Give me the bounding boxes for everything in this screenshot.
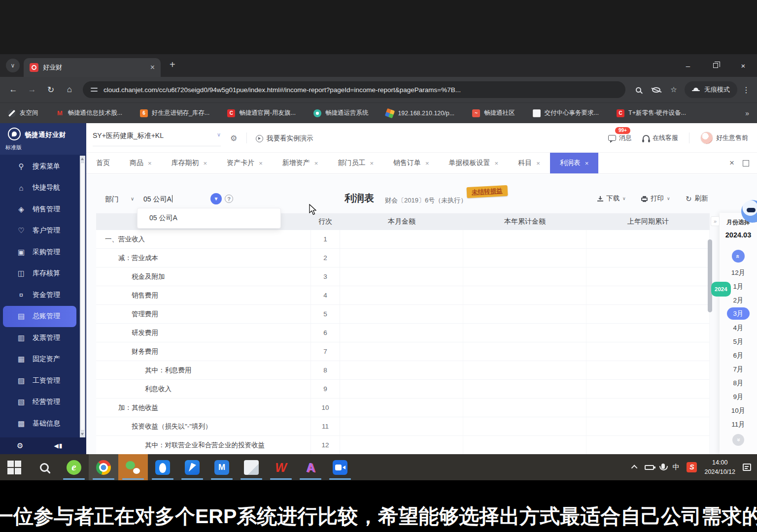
- forward-icon[interactable]: →: [23, 85, 41, 95]
- settings-gear-icon[interactable]: ⚙: [17, 441, 23, 450]
- sidebar-item[interactable]: ▩ 基础信息: [3, 413, 76, 434]
- table-row[interactable]: 研发费用 6: [96, 324, 710, 342]
- tab-close-icon[interactable]: ×: [536, 160, 540, 167]
- fullscreen-icon[interactable]: [743, 160, 749, 166]
- refresh-button[interactable]: ↻ 刷新: [686, 194, 708, 203]
- close-all-tabs-icon[interactable]: ×: [729, 158, 734, 168]
- account-select[interactable]: SY+医药健康_标准+KL ∨: [93, 132, 221, 146]
- dropdown-option[interactable]: 05 公司A: [149, 214, 177, 223]
- table-row[interactable]: 财务费用 7: [96, 342, 710, 361]
- sogou-icon[interactable]: S: [687, 462, 697, 472]
- tab-close-icon[interactable]: ×: [495, 160, 499, 167]
- table-row[interactable]: 管理费用 5: [96, 305, 710, 324]
- table-row[interactable]: 税金及附加 3: [96, 267, 710, 286]
- print-button[interactable]: 打印 ∨: [641, 194, 670, 203]
- table-row[interactable]: 其中：利息费用 8: [96, 361, 710, 380]
- tab-close-icon[interactable]: ×: [585, 160, 589, 167]
- taskbar-app[interactable]: [207, 454, 237, 480]
- user-menu[interactable]: 好生意售前: [700, 132, 748, 144]
- workspace-tab[interactable]: 科目 ×: [508, 153, 550, 173]
- ime-indicator[interactable]: 中: [672, 463, 679, 472]
- month-item[interactable]: 11月: [720, 418, 757, 432]
- taskbar-app[interactable]: [296, 454, 325, 480]
- tab-close-icon[interactable]: ×: [425, 160, 429, 167]
- table-row[interactable]: 销售费用 4: [96, 286, 710, 305]
- sidebar-item[interactable]: ▦ 固定资产: [3, 349, 76, 370]
- url-text[interactable]: cloud.chanjet.com/cc/u6t720seigd0/94w5g0…: [103, 86, 461, 94]
- dept-filter-label[interactable]: 部门: [105, 195, 119, 204]
- sidebar-item[interactable]: ▥ 发票管理: [3, 327, 76, 349]
- taskbar-app[interactable]: [30, 454, 59, 480]
- sidebar-item[interactable]: ◈ 销售管理: [3, 199, 76, 220]
- reload-icon[interactable]: ↻: [41, 85, 60, 95]
- taskbar-app[interactable]: [237, 454, 266, 480]
- tab-close-icon[interactable]: ×: [204, 160, 207, 167]
- bookmark-item[interactable]: 友空间: [8, 109, 38, 117]
- tab-close-icon[interactable]: ×: [259, 160, 263, 167]
- bookmark-item[interactable]: 畅捷通信息技术股...: [56, 109, 122, 117]
- close-button[interactable]: ×: [729, 54, 757, 77]
- home-icon[interactable]: ⌂: [60, 85, 79, 95]
- sidebar-item[interactable]: ▣ 采购管理: [3, 241, 76, 263]
- expand-filter-button[interactable]: ▼: [210, 193, 222, 204]
- workspace-tab[interactable]: 资产卡片 ×: [217, 153, 273, 173]
- tab-close-icon[interactable]: ×: [370, 160, 374, 167]
- month-item[interactable]: 12月: [720, 266, 757, 280]
- sidebar-item[interactable]: ◫ 库存核算: [3, 263, 76, 285]
- sidebar-item[interactable]: ♡ 客户管理: [3, 220, 76, 242]
- sidebar-scrollbar[interactable]: [80, 156, 85, 437]
- workspace-tab[interactable]: 单据模板设置 ×: [439, 153, 509, 173]
- sidebar-item[interactable]: ⌂ 快捷导航: [3, 177, 76, 199]
- month-item[interactable]: 10月: [720, 404, 757, 418]
- sidebar-item[interactable]: ⚲ 搜索菜单: [3, 156, 76, 177]
- microphone-icon[interactable]: [661, 464, 665, 469]
- workspace-tab[interactable]: 销售订单 ×: [383, 153, 439, 173]
- taskbar-app[interactable]: [266, 454, 296, 480]
- restore-button[interactable]: [702, 54, 729, 77]
- taskbar-app[interactable]: [59, 454, 89, 480]
- workspace-tab[interactable]: 商品 ×: [120, 153, 162, 173]
- battery-icon[interactable]: [645, 465, 654, 470]
- taskbar-app[interactable]: [325, 454, 355, 480]
- month-item[interactable]: 3月: [720, 307, 757, 321]
- tab-close-icon[interactable]: ×: [314, 160, 318, 167]
- sidebar-item[interactable]: ▤ 总账管理: [3, 306, 76, 328]
- bookmark-item[interactable]: T+新零售-硬件设备...: [617, 109, 686, 117]
- table-row[interactable]: 加：其他收益 10: [96, 399, 710, 417]
- demo-link[interactable]: 我要看实例演示: [256, 134, 313, 143]
- bookmark-item[interactable]: 交付中心事务要求...: [533, 109, 599, 117]
- notification-center-icon[interactable]: [743, 464, 751, 471]
- bookmarks-overflow-icon[interactable]: »: [745, 109, 749, 117]
- month-item[interactable]: 9月: [720, 390, 757, 404]
- scroll-up-icon[interactable]: «: [732, 250, 745, 263]
- sidebar-item[interactable]: ¤ 资金管理: [3, 284, 76, 306]
- month-item[interactable]: 4月: [720, 321, 757, 335]
- taskbar-app[interactable]: [148, 454, 177, 480]
- online-service-button[interactable]: 在线客服: [643, 133, 678, 142]
- collapse-sidebar-icon[interactable]: ◀▮: [54, 442, 63, 449]
- table-row[interactable]: 投资收益（损失以"-"填列） 11: [96, 417, 710, 436]
- workspace-tab[interactable]: 新增资产 ×: [273, 153, 328, 173]
- month-item[interactable]: 2月: [720, 294, 757, 307]
- table-row[interactable]: 减：营业成本 2: [96, 249, 710, 267]
- taskbar-app[interactable]: [177, 454, 207, 480]
- workspace-tab[interactable]: 部门员工 ×: [328, 153, 383, 173]
- clock[interactable]: 14:00 2024/10/12: [704, 458, 735, 476]
- bookmark-item[interactable]: 192.168.210.120/p...: [386, 109, 454, 117]
- sidebar-item[interactable]: ▧ 经营管理: [3, 392, 76, 413]
- bookmark-item[interactable]: 畅捷通运营系统: [313, 109, 369, 117]
- messages-button[interactable]: 消息 99+: [608, 133, 632, 142]
- tab-close-icon[interactable]: ×: [148, 160, 152, 167]
- header-gear-icon[interactable]: ⚙: [230, 133, 237, 143]
- taskbar-app[interactable]: [118, 454, 148, 480]
- tab-close-icon[interactable]: ×: [150, 63, 155, 72]
- table-row[interactable]: 一、营业收入 1: [96, 230, 710, 249]
- taskbar-app[interactable]: [89, 454, 118, 480]
- sidebar-item[interactable]: ▨ 工资管理: [3, 370, 76, 392]
- scroll-down-icon[interactable]: «: [732, 434, 744, 446]
- month-item[interactable]: 6月: [720, 349, 757, 363]
- table-row[interactable]: 其中：对联营企业和合营企业的投资收益 12: [96, 436, 710, 455]
- back-icon[interactable]: ←: [4, 85, 23, 95]
- new-tab-button[interactable]: +: [170, 59, 175, 70]
- table-scrollbar-thumb[interactable]: [708, 239, 712, 312]
